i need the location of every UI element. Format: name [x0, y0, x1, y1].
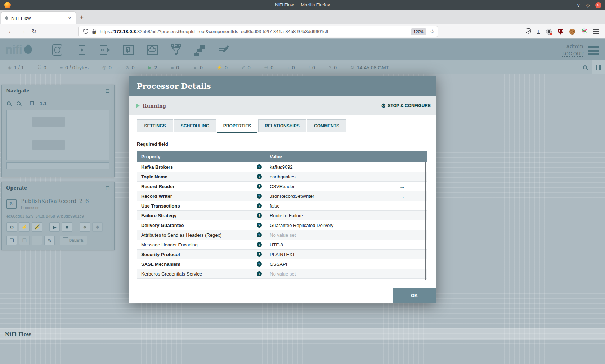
table-row[interactable]: Attributes to Send as Headers (Regex)? N…: [137, 230, 427, 240]
required-field-note: Required field: [137, 141, 428, 147]
zoom-out-icon[interactable]: [17, 101, 21, 105]
table-row[interactable]: Kerberos Credentials Service? No value s…: [137, 269, 427, 279]
help-icon[interactable]: ?: [257, 223, 262, 228]
collapse-navigate-icon[interactable]: ⊟: [105, 88, 110, 94]
search-icon[interactable]: [583, 65, 587, 69]
paste-button[interactable]: ❏: [19, 236, 30, 245]
pocket-shield-icon[interactable]: [526, 28, 531, 35]
tab-settings[interactable]: SETTINGS: [137, 119, 173, 132]
lock-icon[interactable]: [92, 29, 97, 34]
configure-button[interactable]: ⚙: [6, 222, 17, 232]
help-icon[interactable]: ?: [257, 252, 262, 257]
table-row[interactable]: Record Writer? JsonRecordSetWriter →: [137, 191, 427, 201]
table-row[interactable]: Security Protocol? PLAINTEXT: [137, 250, 427, 259]
tab-comments[interactable]: COMMENTS: [307, 119, 346, 132]
table-scrollbar[interactable]: [425, 162, 426, 280]
help-icon[interactable]: ?: [257, 184, 262, 189]
help-icon[interactable]: ?: [257, 261, 262, 267]
invalid-status: ▲0: [193, 65, 203, 70]
template-component-icon[interactable]: [193, 43, 207, 57]
help-icon[interactable]: ?: [257, 164, 262, 169]
table-row[interactable]: Kafka Brokers? kafka:9092: [137, 162, 427, 172]
forward-button[interactable]: →: [20, 28, 26, 35]
logout-link[interactable]: LOG OUT: [562, 51, 583, 57]
stale-status: ↑0: [287, 65, 295, 70]
new-tab-button[interactable]: +: [80, 14, 84, 21]
disable-button[interactable]: ⚡: [32, 222, 42, 232]
page-zoom-badge[interactable]: 120%: [411, 28, 426, 35]
tab-relationships[interactable]: RELATIONSHIPS: [258, 119, 306, 132]
global-menu-icon[interactable]: [588, 45, 599, 57]
help-icon[interactable]: ?: [257, 232, 262, 237]
table-row[interactable]: Topic Name? earthquakes: [137, 172, 427, 182]
property-value: No value set: [270, 232, 296, 238]
birdseye-component: [32, 140, 65, 150]
url-bar[interactable]: https://172.18.0.3:32558/nifi/?processGr…: [79, 26, 438, 37]
close-window-icon[interactable]: ×: [595, 2, 601, 8]
help-icon[interactable]: ?: [257, 242, 262, 247]
input-port-component-icon[interactable]: [74, 43, 88, 57]
tracking-shield-icon[interactable]: [83, 29, 88, 34]
enable-button[interactable]: ⚡: [19, 222, 30, 232]
property-value: No value set: [270, 281, 296, 281]
table-row[interactable]: Record Reader? CSVReader →: [137, 182, 427, 191]
table-row[interactable]: Delivery Guarantee? Guarantee Replicated…: [137, 220, 427, 230]
bookmark-star-icon[interactable]: ☆: [430, 28, 435, 35]
stop-button[interactable]: ■: [62, 222, 72, 232]
browser-tab[interactable]: NiFi Flow ×: [1, 12, 76, 24]
tab-properties[interactable]: PROPERTIES: [217, 119, 257, 133]
zoom-fit-icon[interactable]: ❒: [30, 101, 34, 106]
brush-button[interactable]: ✎: [44, 236, 55, 245]
stop-and-configure-button[interactable]: ⚙ STOP & CONFIGURE: [381, 103, 431, 109]
breadcrumb[interactable]: NiFi Flow: [5, 331, 31, 337]
back-button[interactable]: ←: [8, 28, 14, 35]
colorful-extension-icon[interactable]: [581, 28, 587, 35]
zoom-actual-icon[interactable]: 1:1: [40, 101, 47, 106]
maximize-icon[interactable]: ◇: [586, 3, 590, 8]
help-icon[interactable]: ?: [257, 271, 262, 276]
url-text[interactable]: https://172.18.0.3:32558/nifi/?processGr…: [100, 29, 411, 34]
go-to-service-icon[interactable]: →: [399, 193, 405, 199]
help-icon[interactable]: ?: [257, 174, 262, 179]
reload-button[interactable]: ↻: [32, 28, 36, 35]
group-button[interactable]: ❖: [80, 222, 90, 232]
refresh-icon[interactable]: ↻: [350, 65, 354, 70]
cookie-extension-icon[interactable]: [569, 29, 575, 35]
processor-component-icon[interactable]: [50, 43, 64, 57]
remote-process-group-component-icon[interactable]: [145, 43, 159, 57]
table-row[interactable]: SASL Mechanism? GSSAPI: [137, 259, 427, 269]
tab-scheduling[interactable]: SCHEDULING: [174, 119, 216, 132]
ok-button[interactable]: OK: [393, 288, 436, 303]
start-button[interactable]: ▶: [49, 222, 60, 232]
help-icon[interactable]: ?: [257, 194, 262, 199]
birdseye-map[interactable]: [6, 110, 109, 160]
queued-icon: ≡: [60, 65, 63, 70]
help-icon[interactable]: ?: [257, 203, 262, 208]
ublock-icon[interactable]: [558, 29, 563, 35]
extension-icon[interactable]: [546, 29, 552, 35]
go-to-service-icon[interactable]: →: [399, 183, 405, 190]
modified-stale-icon: !: [308, 65, 310, 70]
process-group-component-icon[interactable]: [122, 43, 135, 57]
color-button[interactable]: [32, 236, 42, 245]
table-row[interactable]: Use Transactions? false: [137, 201, 427, 211]
minimize-icon[interactable]: ∨: [577, 3, 580, 8]
table-row-clipped[interactable]: ? No value set: [137, 279, 427, 281]
table-row[interactable]: Failure Strategy? Route to Failure: [137, 211, 427, 220]
ungroup-button[interactable]: ❖: [92, 222, 103, 232]
help-icon[interactable]: ?: [257, 213, 262, 218]
property-name: Attributes to Send as Headers (Regex): [141, 232, 257, 238]
downloads-icon[interactable]: ↓: [537, 29, 540, 34]
table-row[interactable]: Message Header Encoding? UTF-8: [137, 240, 427, 250]
copy-button[interactable]: ❏: [6, 236, 17, 245]
close-tab-icon[interactable]: ×: [67, 15, 72, 21]
right-panel-toggle[interactable]: [592, 60, 605, 74]
delete-button[interactable]: DELETE: [60, 236, 87, 245]
funnel-component-icon[interactable]: [169, 43, 183, 57]
properties-table: Property Value Kafka Brokers? kafka:9092…: [137, 151, 427, 281]
collapse-operate-icon[interactable]: ⊟: [105, 185, 110, 191]
zoom-in-icon[interactable]: [7, 101, 11, 105]
menu-icon[interactable]: [593, 28, 599, 35]
output-port-component-icon[interactable]: [98, 43, 112, 57]
label-component-icon[interactable]: [217, 43, 230, 57]
